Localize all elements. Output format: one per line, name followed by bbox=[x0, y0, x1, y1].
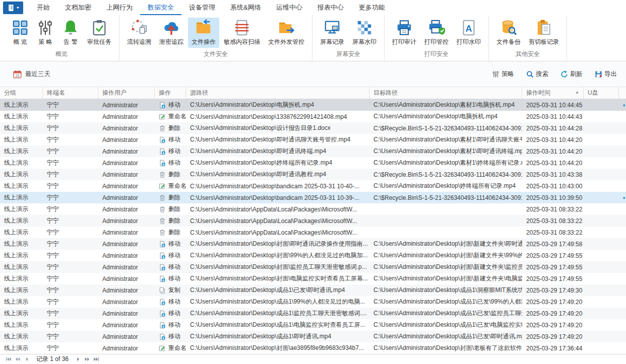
filter-arrow-icon[interactable]: ▼ bbox=[573, 91, 579, 95]
table-row[interactable]: 线上演示宁宁Administrator删除C:\Users\Administra… bbox=[0, 227, 626, 238]
column-header-filler[interactable] bbox=[619, 87, 626, 99]
fast-backward-button[interactable] bbox=[13, 355, 22, 363]
policy-sliders-icon bbox=[492, 70, 499, 78]
cell-source-path: C:\Users\Administrator\Desktop\封面\99%的人都… bbox=[186, 250, 369, 261]
column-header-operation[interactable]: 操作 bbox=[155, 87, 186, 99]
first-page-button[interactable] bbox=[4, 355, 13, 363]
menu-item-system-network[interactable]: 系统&网络 bbox=[223, 0, 269, 15]
table-row[interactable]: 线上演示宁宁Administrator移动C:\Users\Administra… bbox=[0, 319, 626, 331]
ribbon-button-policy[interactable]: 策 略 bbox=[33, 18, 57, 48]
cell-source-path: C:\Users\Administrator\Desktop\封面\监控员工聊天… bbox=[186, 261, 369, 273]
ribbon-button-screen-watermark[interactable]: 屏幕水印 bbox=[349, 18, 380, 48]
ribbon-button-print-control[interactable]: 打印管控 bbox=[421, 18, 452, 48]
cell-filler bbox=[619, 111, 626, 122]
previous-button[interactable] bbox=[22, 355, 31, 363]
menu-item-device-mgmt[interactable]: 设备管理 bbox=[181, 0, 223, 15]
table-row[interactable]: 线上演示宁宁Administrator移动C:\Users\Administra… bbox=[0, 134, 626, 145]
delete-icon bbox=[159, 217, 166, 225]
table-row[interactable]: 线上演示宁宁Administrator移动C:\Users\Administra… bbox=[0, 261, 626, 273]
table-row[interactable]: 线上演示宁宁Administrator移动C:\Users\Administra… bbox=[0, 145, 626, 157]
table-row[interactable]: 线上演示宁宁Administrator删除C:\Users\Administra… bbox=[0, 192, 626, 203]
menu-item-report-center[interactable]: 报表中心 bbox=[310, 0, 351, 15]
app-menu-button[interactable] bbox=[3, 2, 23, 14]
column-header-operation-time[interactable]: 操作时间▼ bbox=[522, 87, 584, 99]
table-row[interactable]: 线上演示宁宁Administrator移动C:\Users\Administra… bbox=[0, 250, 626, 261]
ribbon-button-file-outgoing[interactable]: 文件外发管控 bbox=[265, 18, 308, 48]
operation-label: 删除 bbox=[168, 124, 180, 132]
refresh-button[interactable]: 刷新 bbox=[560, 70, 583, 79]
operation-label: 复制 bbox=[168, 286, 180, 295]
cell-user: Administrator bbox=[98, 180, 155, 192]
search-button[interactable]: 搜索 bbox=[526, 70, 548, 79]
column-header-target-path[interactable]: 目标路径 bbox=[369, 87, 522, 99]
ribbon-group-items: 文件备份剪切板记录 bbox=[493, 18, 562, 48]
ribbon-button-clipboard-record[interactable]: 剪切板记录 bbox=[525, 18, 562, 48]
table-row[interactable]: 线上演示宁宁Administrator复制C:\Users\Administra… bbox=[0, 284, 626, 296]
table-row[interactable]: 线上演示宁宁Administrator移动C:\Users\Administra… bbox=[0, 308, 626, 319]
menu-item-web-behavior[interactable]: 上网行为 bbox=[99, 0, 140, 15]
menu-item-more-features[interactable]: 更多功能 bbox=[351, 0, 393, 15]
pagination-bar: 记录 1 of 36 bbox=[0, 354, 626, 364]
cell-operation: 删除 bbox=[155, 169, 186, 180]
next-button[interactable] bbox=[74, 355, 83, 363]
column-header-usb[interactable]: U盘 bbox=[584, 87, 619, 99]
ribbon-button-label: 剪切板记录 bbox=[529, 38, 559, 46]
move-file-icon bbox=[159, 252, 166, 259]
cell-group: 线上演示 bbox=[0, 203, 43, 215]
menu-item-ops-center[interactable]: 运维中心 bbox=[269, 0, 310, 15]
table-row[interactable]: 线上演示宁宁Administrator重命名C:\Users\Administr… bbox=[0, 111, 626, 122]
column-header-group[interactable]: 分组 bbox=[0, 87, 43, 99]
last-page-button[interactable] bbox=[92, 355, 101, 363]
ribbon-button-screen-record[interactable]: 屏幕记录 bbox=[317, 18, 348, 48]
svg-text:23: 23 bbox=[16, 74, 20, 77]
ribbon-button-leak-trace[interactable]: 泄密追踪 bbox=[156, 18, 187, 48]
table-row[interactable]: 线上演示宁宁Administrator移动C:\Users\Administra… bbox=[0, 238, 626, 250]
ribbon-group-items: 流转追溯泄密追踪文件操作敏感内容扫描文件外发管控 bbox=[123, 18, 308, 48]
record-count: 记录 1 of 36 bbox=[36, 355, 69, 363]
menu-item-doc-encrypt[interactable]: 文档加密 bbox=[57, 0, 99, 15]
table-row[interactable]: 线上演示宁宁Administrator删除C:\Users\Administra… bbox=[0, 203, 626, 215]
circulation-trace-icon bbox=[131, 19, 148, 36]
cell-usb bbox=[584, 111, 619, 122]
column-header-source-path[interactable]: 源路径 bbox=[186, 87, 369, 99]
ribbon-button-file-operation[interactable]: 文件操作 bbox=[188, 18, 219, 48]
table-row[interactable]: 线上演示宁宁Administrator重命名C:\Users\Administr… bbox=[0, 342, 626, 354]
menu-item-data-security[interactable]: 数据安全 bbox=[140, 0, 181, 15]
file-backup-icon bbox=[500, 19, 517, 36]
table-row[interactable]: 线上演示宁宁Administrator移动C:\Users\Administra… bbox=[0, 273, 626, 284]
ribbon-button-alert[interactable]: 告 警 bbox=[58, 18, 83, 48]
column-header-terminal[interactable]: 终端名 bbox=[43, 87, 98, 99]
table-row[interactable]: 线上演示宁宁Administrator移动C:\Users\Administra… bbox=[0, 157, 626, 169]
table-row[interactable]: 线上演示宁宁Administrator删除C:\Users\Administra… bbox=[0, 215, 626, 227]
table-row[interactable]: 线上演示宁宁Administrator删除C:\Users\Administra… bbox=[0, 169, 626, 180]
svg-text:A: A bbox=[466, 24, 472, 34]
ribbon-button-file-backup[interactable]: 文件备份 bbox=[493, 18, 524, 48]
ribbon-button-print-audit[interactable]: 打印审计 bbox=[389, 18, 420, 48]
ribbon-button-sensitive-scan[interactable]: 敏感内容扫描 bbox=[220, 18, 264, 48]
ribbon-button-label: 泄密追踪 bbox=[159, 38, 183, 46]
menu-item-start[interactable]: 开始 bbox=[29, 0, 57, 15]
export-button[interactable]: 导出 bbox=[595, 70, 617, 79]
table-row[interactable]: 线上演示宁宁Administrator移动C:\Users\Administra… bbox=[0, 99, 626, 111]
table-row[interactable]: 线上演示宁宁Administrator移动C:\Users\Administra… bbox=[0, 296, 626, 308]
table-row[interactable]: 线上演示宁宁Administrator删除C:\Users\Administra… bbox=[0, 122, 626, 134]
row-actions-menu[interactable]: ••• bbox=[623, 194, 626, 201]
ribbon-button-overview[interactable]: 概 览 bbox=[8, 18, 32, 48]
column-header-user[interactable]: 操作用户 bbox=[98, 87, 155, 99]
cell-group: 线上演示 bbox=[0, 296, 43, 308]
fast-forward-button[interactable] bbox=[83, 355, 92, 363]
table-row[interactable]: 线上演示宁宁Administrator移动C:\Users\Administra… bbox=[0, 331, 626, 342]
policy-button[interactable]: 策略 bbox=[492, 70, 514, 79]
ribbon-button-print-watermark[interactable]: A打印水印 bbox=[453, 18, 484, 48]
ribbon-button-circulation-trace[interactable]: 流转追溯 bbox=[123, 18, 155, 48]
cell-terminal: 宁宁 bbox=[43, 192, 98, 203]
row-actions-menu[interactable]: ••• bbox=[623, 102, 626, 109]
cell-source-path: C:\Users\Administrator\Desktop\成品1\即时通讯.… bbox=[186, 331, 369, 342]
cell-user: Administrator bbox=[98, 169, 155, 180]
cell-operation-time: 2025-03-29 17:49:20 bbox=[522, 319, 584, 331]
operation-label: 移动 bbox=[168, 321, 180, 329]
ribbon-button-approval-tasks[interactable]: 审批任务 bbox=[84, 18, 115, 48]
date-filter-button[interactable]: 23 最近三天 bbox=[13, 70, 50, 79]
cell-terminal: 宁宁 bbox=[43, 261, 98, 273]
table-row[interactable]: 线上演示宁宁Administrator重命名C:\Users\Administr… bbox=[0, 180, 626, 192]
